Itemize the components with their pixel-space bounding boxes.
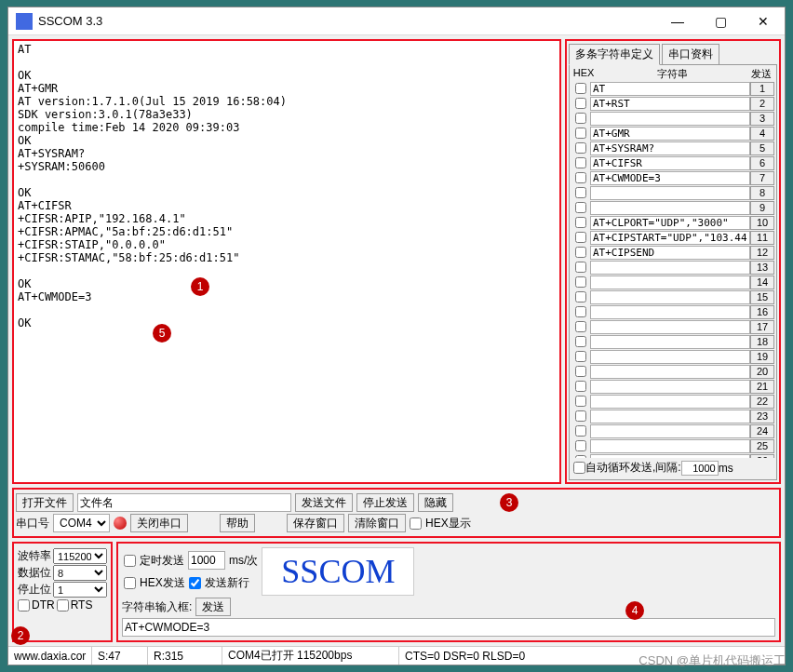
send-row-button[interactable]: 9 xyxy=(750,201,774,215)
hex-checkbox[interactable] xyxy=(575,157,586,168)
hex-checkbox[interactable] xyxy=(575,381,586,392)
maximize-button[interactable]: ▢ xyxy=(699,7,742,35)
send-row-button[interactable]: 4 xyxy=(750,127,774,141)
hex-checkbox[interactable] xyxy=(575,351,586,362)
timed-interval-input[interactable] xyxy=(188,551,225,570)
command-text[interactable]: AT+CIPSEND xyxy=(590,246,750,260)
hex-checkbox[interactable] xyxy=(575,321,586,332)
send-row-button[interactable]: 7 xyxy=(750,171,774,185)
hex-display-checkbox[interactable] xyxy=(410,517,422,530)
command-text[interactable] xyxy=(590,350,750,364)
send-button[interactable]: 发送 xyxy=(195,598,231,616)
hex-send-checkbox[interactable] xyxy=(124,577,136,589)
com-select[interactable]: COM4 xyxy=(53,514,110,532)
command-text[interactable] xyxy=(590,305,750,319)
hex-checkbox[interactable] xyxy=(575,425,586,437)
send-row-button[interactable]: 24 xyxy=(750,424,774,438)
send-row-button[interactable]: 15 xyxy=(750,290,774,304)
command-text[interactable]: AT+CIFSR xyxy=(590,156,750,170)
command-text[interactable] xyxy=(590,395,750,409)
command-text[interactable] xyxy=(590,335,750,349)
command-list[interactable]: AT1AT+RST23AT+GMR4AT+SYSRAM?5AT+CIFSR6AT… xyxy=(571,81,774,458)
filename-display[interactable] xyxy=(77,493,291,512)
command-text[interactable] xyxy=(590,112,750,126)
newline-checkbox[interactable] xyxy=(189,577,201,589)
command-text[interactable] xyxy=(590,424,750,438)
timed-send-checkbox[interactable] xyxy=(124,555,136,567)
dtr-checkbox[interactable] xyxy=(18,599,30,612)
command-text[interactable] xyxy=(590,290,750,304)
auto-loop-checkbox[interactable] xyxy=(573,462,585,474)
command-text[interactable] xyxy=(590,439,750,453)
hex-checkbox[interactable] xyxy=(575,366,586,377)
send-row-button[interactable]: 5 xyxy=(750,141,774,155)
send-row-button[interactable]: 21 xyxy=(750,380,774,394)
save-window-button[interactable]: 保存窗口 xyxy=(287,514,344,532)
send-row-button[interactable]: 3 xyxy=(750,112,774,126)
hex-checkbox[interactable] xyxy=(575,98,586,109)
send-row-button[interactable]: 25 xyxy=(750,439,774,453)
hex-checkbox[interactable] xyxy=(575,262,586,273)
tab-serial-info[interactable]: 串口资料 xyxy=(662,44,719,65)
command-text[interactable] xyxy=(590,365,750,379)
hex-checkbox[interactable] xyxy=(575,83,586,94)
close-port-button[interactable]: 关闭串口 xyxy=(130,514,188,532)
tab-multi-string[interactable]: 多条字符串定义 xyxy=(569,44,660,65)
send-file-button[interactable]: 发送文件 xyxy=(295,493,353,512)
send-row-button[interactable]: 2 xyxy=(750,97,774,111)
command-text[interactable] xyxy=(590,186,750,200)
send-row-button[interactable]: 14 xyxy=(750,276,774,289)
hex-checkbox[interactable] xyxy=(575,336,586,347)
help-button[interactable]: 帮助 xyxy=(220,514,255,532)
interval-input[interactable] xyxy=(681,461,719,476)
send-row-button[interactable]: 22 xyxy=(750,395,774,409)
command-text[interactable]: AT+GMR xyxy=(590,127,750,141)
command-text[interactable]: AT+CLPORT="UDP","3000" xyxy=(590,216,750,230)
minimize-button[interactable]: — xyxy=(656,7,699,35)
command-text[interactable] xyxy=(590,261,750,275)
command-text[interactable] xyxy=(590,410,750,423)
send-row-button[interactable]: 10 xyxy=(750,216,774,230)
hex-checkbox[interactable] xyxy=(575,217,586,228)
send-row-button[interactable]: 18 xyxy=(750,335,774,349)
command-text[interactable]: AT+SYSRAM? xyxy=(590,141,750,155)
hex-checkbox[interactable] xyxy=(575,306,586,317)
send-row-button[interactable]: 8 xyxy=(750,186,774,200)
close-button[interactable]: ✕ xyxy=(742,7,785,35)
command-text[interactable]: AT+CWMODE=3 xyxy=(590,171,750,185)
command-text[interactable]: AT+RST xyxy=(590,97,750,111)
send-row-button[interactable]: 13 xyxy=(750,261,774,275)
hide-button[interactable]: 隐藏 xyxy=(418,493,453,512)
hex-checkbox[interactable] xyxy=(575,276,586,288)
open-file-button[interactable]: 打开文件 xyxy=(16,493,74,512)
record-indicator-icon[interactable] xyxy=(114,517,127,530)
stopbits-select[interactable]: 1 xyxy=(53,582,107,598)
send-row-button[interactable]: 11 xyxy=(750,231,774,245)
serial-output[interactable]: AT OK AT+GMR AT version:1.7.1.0(Jul 15 2… xyxy=(14,41,559,482)
send-row-button[interactable]: 1 xyxy=(750,82,774,96)
send-row-button[interactable]: 6 xyxy=(750,156,774,170)
stop-send-button[interactable]: 停止发送 xyxy=(356,493,414,512)
hex-checkbox[interactable] xyxy=(575,128,586,139)
hex-checkbox[interactable] xyxy=(575,291,586,302)
status-url[interactable]: www.daxia.cor xyxy=(8,647,92,665)
send-row-button[interactable]: 20 xyxy=(750,365,774,379)
command-text[interactable] xyxy=(590,380,750,394)
hex-checkbox[interactable] xyxy=(575,142,586,154)
send-row-button[interactable]: 17 xyxy=(750,320,774,334)
send-input[interactable] xyxy=(122,618,775,637)
hex-checkbox[interactable] xyxy=(575,172,586,183)
hex-checkbox[interactable] xyxy=(575,187,586,198)
rts-checkbox[interactable] xyxy=(57,599,69,612)
send-row-button[interactable]: 16 xyxy=(750,305,774,319)
hex-checkbox[interactable] xyxy=(575,440,586,451)
hex-checkbox[interactable] xyxy=(575,247,586,258)
hex-checkbox[interactable] xyxy=(575,202,586,213)
databits-select[interactable]: 8 xyxy=(53,565,107,581)
command-text[interactable]: AT+CIPSTART="UDP","103.44.1… xyxy=(590,231,750,245)
command-text[interactable] xyxy=(590,320,750,334)
hex-checkbox[interactable] xyxy=(575,396,586,407)
clear-window-button[interactable]: 清除窗口 xyxy=(348,514,406,532)
send-row-button[interactable]: 23 xyxy=(750,410,774,423)
command-text[interactable] xyxy=(590,276,750,289)
